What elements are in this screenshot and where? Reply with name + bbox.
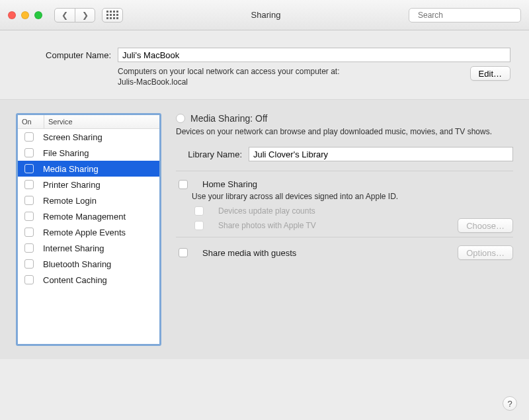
status-indicator-icon	[176, 114, 185, 123]
service-row[interactable]: Printer Sharing	[18, 177, 159, 192]
service-list-header: On Service	[18, 115, 159, 129]
window-title: Sharing	[130, 10, 402, 20]
service-row[interactable]: Bluetooth Sharing	[18, 256, 159, 272]
service-enable-checkbox[interactable]	[24, 275, 34, 284]
service-enable-checkbox[interactable]	[24, 212, 34, 221]
share-photos-checkbox	[194, 221, 204, 230]
service-enable-checkbox[interactable]	[24, 196, 34, 205]
zoom-window-button[interactable]	[34, 11, 42, 19]
show-all-prefs-button[interactable]	[102, 8, 123, 22]
service-list: On Service Screen SharingFile SharingMed…	[16, 113, 161, 346]
service-row[interactable]: File Sharing	[18, 145, 159, 161]
service-name: File Sharing	[43, 148, 89, 158]
service-enable-checkbox[interactable]	[24, 243, 34, 253]
edit-button[interactable]: Edit…	[470, 66, 510, 81]
service-row[interactable]: Screen Sharing	[18, 129, 159, 145]
library-name-label: Library Name:	[176, 149, 242, 159]
window-controls	[8, 11, 42, 19]
computer-name-input[interactable]	[118, 48, 510, 62]
service-enable-checkbox[interactable]	[24, 132, 34, 142]
library-name-input[interactable]	[249, 147, 513, 161]
forward-button[interactable]: ❯	[75, 9, 95, 22]
close-window-button[interactable]	[8, 11, 16, 19]
service-enable-checkbox[interactable]	[24, 148, 34, 157]
service-row[interactable]: Remote Management	[18, 208, 159, 224]
service-name: Internet Sharing	[43, 243, 104, 253]
home-sharing-desc: Use your library across all devices sign…	[192, 192, 398, 201]
service-name: Remote Management	[43, 212, 126, 222]
home-sharing-checkbox[interactable]	[179, 180, 188, 189]
header-service[interactable]: Service	[44, 115, 159, 128]
search-input[interactable]	[417, 10, 518, 21]
divider	[176, 237, 513, 237]
service-name: Remote Login	[43, 196, 97, 206]
detail-description: Devices on your network can browse and p…	[176, 126, 513, 138]
devices-update-label: Devices update play counts	[218, 206, 315, 216]
service-enable-checkbox[interactable]	[24, 180, 34, 189]
share-guests-checkbox[interactable]	[179, 248, 188, 257]
service-enable-checkbox[interactable]	[24, 228, 34, 237]
computer-name-hint: Computers on your local network can acce…	[118, 66, 470, 87]
service-name: Content Caching	[43, 275, 107, 285]
service-name: Bluetooth Sharing	[43, 259, 111, 269]
header-on[interactable]: On	[18, 115, 44, 128]
divider	[176, 171, 513, 171]
service-name: Screen Sharing	[43, 132, 102, 142]
service-enable-checkbox[interactable]	[24, 164, 34, 173]
service-list-body: Screen SharingFile SharingMedia SharingP…	[18, 129, 159, 344]
help-button[interactable]: ?	[503, 396, 517, 411]
minimize-window-button[interactable]	[21, 11, 29, 19]
service-name: Remote Apple Events	[43, 228, 126, 237]
devices-update-checkbox	[194, 206, 204, 216]
detail-title: Media Sharing: Off	[190, 113, 267, 124]
service-row[interactable]: Internet Sharing	[18, 240, 159, 256]
search-field[interactable]	[409, 8, 521, 22]
options-button: Options…	[458, 245, 513, 260]
nav-back-forward: ❮ ❯	[54, 8, 95, 22]
service-row[interactable]: Remote Apple Events	[18, 224, 159, 240]
service-row[interactable]: Remote Login	[18, 192, 159, 208]
choose-button: Choose…	[458, 218, 513, 233]
computer-name-label: Computer Name:	[19, 50, 111, 60]
upper-panel: Computer Name: Computers on your local n…	[0, 30, 529, 100]
share-guests-label: Share media with guests	[202, 248, 296, 258]
chevron-left-icon: ❮	[61, 11, 68, 20]
detail-pane: Media Sharing: Off Devices on your netwo…	[176, 113, 513, 346]
service-enable-checkbox[interactable]	[24, 259, 34, 269]
service-name: Printer Sharing	[43, 180, 101, 190]
titlebar: ❮ ❯ Sharing	[0, 0, 529, 30]
back-button[interactable]: ❮	[55, 9, 75, 22]
service-row[interactable]: Media Sharing	[18, 161, 159, 177]
service-row[interactable]: Content Caching	[18, 272, 159, 288]
service-name: Media Sharing	[43, 164, 99, 174]
share-photos-label: Share photos with Apple TV	[218, 221, 316, 230]
chevron-right-icon: ❯	[82, 11, 89, 20]
lower-panel: On Service Screen SharingFile SharingMed…	[0, 100, 529, 359]
home-sharing-label: Home Sharing	[202, 179, 257, 189]
grid-icon	[106, 11, 118, 19]
